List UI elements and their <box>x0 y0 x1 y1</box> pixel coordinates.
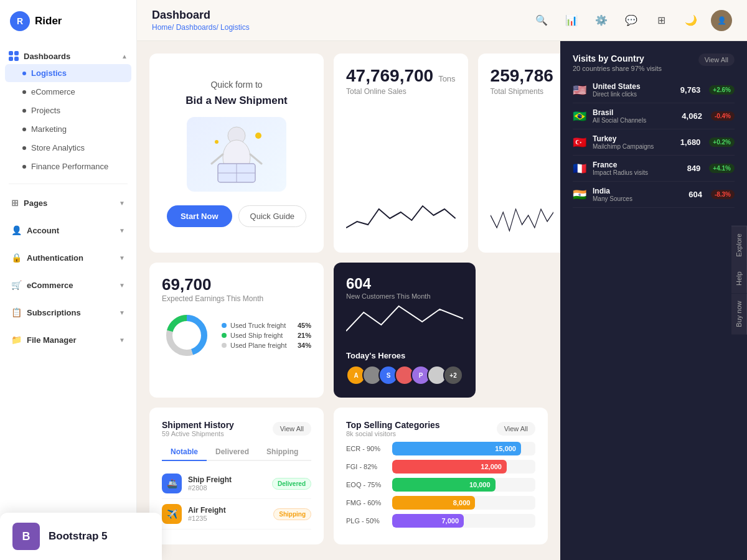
center-panel: Quick form to Bid a New Shipment <box>137 41 560 560</box>
start-now-button[interactable]: Start Now <box>167 205 232 227</box>
plane-pct: 34% <box>298 342 311 349</box>
total-sales-label: Total Online Sales <box>346 87 456 96</box>
donut-section: Used Truck freight 45% Used Ship freight… <box>162 310 311 360</box>
right-panel: Visits by Country 20 countries share 97%… <box>560 41 747 560</box>
chevron-icon: ▼ <box>119 200 125 207</box>
earnings-label: Expected Earnings This Month <box>162 294 311 303</box>
pages-label: Pages <box>24 198 47 208</box>
settings-button[interactable]: ⚙️ <box>591 11 611 30</box>
tab-delivered[interactable]: Delivered <box>207 444 258 461</box>
shipment-history-card: Shipment History 59 Active Shipments Vie… <box>149 408 324 544</box>
total-sales-number: 47,769,700 <box>346 66 433 86</box>
country-source: Mailchimp Campaigns <box>593 143 674 150</box>
dashboards-section: Dashboards ▲ Logistics eCommerce Project… <box>0 42 136 180</box>
promo-subtitle: Quick form to <box>210 80 262 90</box>
ship-dot <box>222 333 227 338</box>
sidebar-item-projects[interactable]: Projects <box>5 101 131 119</box>
country-change: -0.4% <box>711 111 735 121</box>
buy-now-tab[interactable]: Buy now <box>731 293 747 334</box>
quick-guide-button[interactable]: Quick Guide <box>238 205 307 227</box>
account-item[interactable]: 👤 Account ▼ <box>2 220 134 238</box>
bar-row: EOQ - 75%10,000 <box>346 478 535 492</box>
sidebar-item-ecommerce[interactable]: eCommerce <box>5 83 131 101</box>
page-title: Dashboard <box>152 9 250 22</box>
topbar-right: 🔍 📊 ⚙️ 💬 ⊞ 🌙 👤 <box>532 10 732 31</box>
status-badge-2: Shipping <box>273 508 311 520</box>
user-avatar[interactable]: 👤 <box>711 10 732 31</box>
ship-label: Used Ship freight <box>230 332 283 339</box>
dashboards-group[interactable]: Dashboards ▲ <box>0 46 136 63</box>
country-flag: 🇹🇷 <box>573 136 586 149</box>
customers-chart <box>346 300 463 343</box>
file-manager-item[interactable]: 📁 File Manager ▼ <box>2 330 134 347</box>
customers-label: New Customers This Month <box>346 292 463 300</box>
country-visits: 849 <box>687 164 701 173</box>
country-source: Direct link clicks <box>593 91 674 98</box>
country-change: +0.2% <box>709 138 735 147</box>
ecommerce-main-label: eCommerce <box>27 281 73 290</box>
freight-legend: Used Truck freight 45% Used Ship freight… <box>222 319 311 352</box>
subscriptions-item[interactable]: 📋 Subscriptions ▼ <box>2 302 134 320</box>
country-info: France Impact Radius visits <box>593 161 681 176</box>
country-visits: 9,763 <box>680 85 701 95</box>
total-sales-card: 47,769,700 Tons Total Online Sales <box>334 54 468 253</box>
tab-notable[interactable]: Notable <box>162 444 207 461</box>
country-info: United States Direct link clicks <box>593 82 674 98</box>
dot <box>22 165 26 169</box>
sidebar-item-finance[interactable]: Finance Performance <box>5 157 131 175</box>
auth-icon: 🔒 <box>11 253 22 263</box>
help-tab[interactable]: Help <box>731 264 747 294</box>
tab-shipping[interactable]: Shipping <box>258 444 307 461</box>
bar-label: EOQ - 75% <box>346 481 386 488</box>
sidebar-item-marketing[interactable]: Marketing <box>5 120 131 138</box>
categories-title: Top Selling Categories <box>346 420 440 430</box>
shipment-name: Ship Freight <box>188 475 266 484</box>
country-info: India Many Sources <box>593 187 682 202</box>
side-tabs: Explore Help Buy now <box>731 225 747 334</box>
promo-card: Quick form to Bid a New Shipment <box>149 54 324 253</box>
app-logo[interactable]: R Rider <box>0 0 136 42</box>
ecommerce-main-item[interactable]: 🛒 eCommerce ▼ <box>2 275 134 292</box>
bar-track: 15,000 <box>392 442 535 455</box>
sidebar-item-store-analytics[interactable]: Store Analytics <box>5 139 131 157</box>
bar-track: 7,000 <box>392 514 535 528</box>
country-visits: 604 <box>688 190 702 199</box>
shipment-name-2: Air Freight <box>188 506 267 515</box>
shipment-icon: 🚢 <box>162 474 182 493</box>
country-row: 🇫🇷 France Impact Radius visits 849 +4.1% <box>573 156 735 182</box>
truck-pct: 45% <box>298 322 311 329</box>
country-view-all-button[interactable]: View All <box>698 54 735 66</box>
ecommerce-icon: 🛒 <box>11 280 22 290</box>
dashboard-icon <box>9 51 19 61</box>
active-dot <box>22 72 26 75</box>
bar-label: FMG - 60% <box>346 499 386 506</box>
svg-point-8 <box>215 140 218 144</box>
sidebar-item-logistics[interactable]: Logistics <box>5 64 131 82</box>
auth-section: 🔒 Authentication ▼ <box>0 243 136 270</box>
country-source: All Social Channels <box>593 117 675 124</box>
grid-button[interactable]: ⊞ <box>651 11 671 30</box>
auth-item[interactable]: 🔒 Authentication ▼ <box>2 248 134 265</box>
country-row: 🇧🇷 Brasil All Social Channels 4,062 -0.4… <box>573 103 735 129</box>
donut-chart <box>162 310 212 360</box>
theme-toggle[interactable]: 🌙 <box>681 11 701 30</box>
categories-view-all-button[interactable]: View All <box>497 422 535 436</box>
explore-tab[interactable]: Explore <box>731 225 747 264</box>
analytics-button[interactable]: 📊 <box>561 11 581 30</box>
country-name: India <box>593 187 682 195</box>
bar-label: ECR - 90% <box>346 445 386 452</box>
shipment-history-title: Shipment History <box>162 420 234 430</box>
pages-icon: ⊞ <box>11 198 19 208</box>
shipment-view-all-button[interactable]: View All <box>273 422 311 436</box>
pages-section: ⊞ Pages ▼ <box>0 188 136 215</box>
bottom-row: Shipment History 59 Active Shipments Vie… <box>149 408 548 544</box>
ecommerce-label: eCommerce <box>31 87 75 96</box>
bar-fill: 7,000 <box>392 514 464 528</box>
pages-item[interactable]: ⊞ Pages ▼ <box>2 193 134 210</box>
bar-track: 10,000 <box>392 478 535 492</box>
plane-legend: Used Plane freight 34% <box>222 342 311 349</box>
search-button[interactable]: 🔍 <box>532 11 552 30</box>
app-name: Rider <box>35 15 62 27</box>
bar-track: 12,000 <box>392 460 535 474</box>
messages-button[interactable]: 💬 <box>621 11 641 30</box>
